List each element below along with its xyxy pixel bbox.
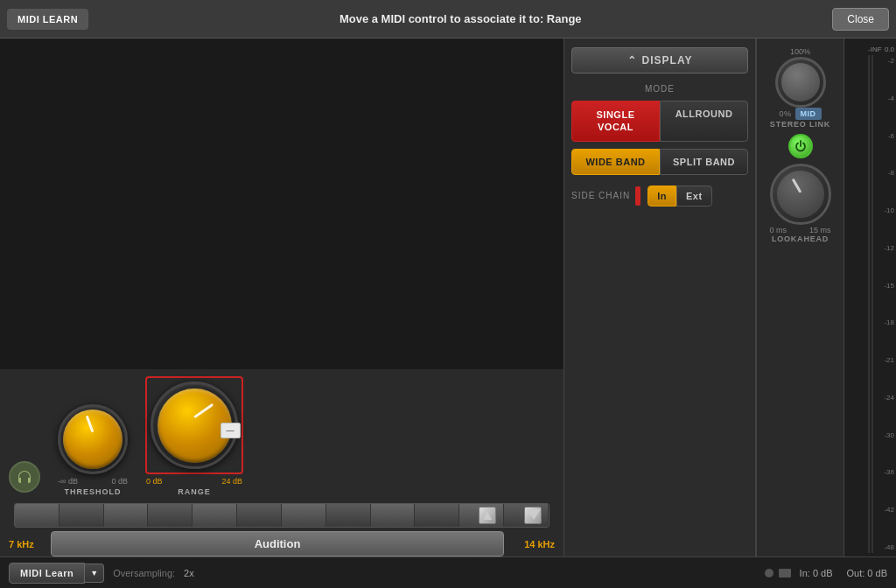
display-area [0, 38, 564, 369]
threshold-label: THRESHOLD [65, 487, 122, 496]
top-bar: MIDI LEARN Move a MIDI control to associ… [0, 0, 896, 38]
status-dot-1 [765, 569, 774, 578]
mode-label: MODE [571, 84, 748, 94]
side-chain-label: SIDE CHAIN [571, 191, 630, 200]
range-pointer [193, 402, 214, 417]
threshold-pointer [86, 416, 94, 433]
lookahead-knob[interactable] [770, 164, 831, 225]
out-level: Out: 0 dB [847, 568, 887, 578]
midi-learn-dropdown: MIDI Learn ▼ [9, 563, 104, 584]
eq-high-thumb-icon [525, 508, 542, 527]
eq-seg-3 [104, 504, 149, 527]
svg-marker-19 [527, 509, 541, 520]
range-knob-border: — [145, 376, 243, 474]
knobs-row: -∞ dB 0 dB THRESHOLD [0, 369, 564, 496]
vu-bars-container: -2 -4 -6 -8 -10 -12 -15 -18 -21 -24 -30 … [868, 55, 894, 553]
stereo-link-label: STEREO LINK [770, 120, 830, 129]
eq-seg-5 [192, 504, 237, 527]
lookahead-label: LOOKAHEAD [772, 234, 829, 243]
mode-buttons: SINGLEVOCAL ALLROUND [571, 101, 748, 142]
vu-meter-panel: -INF0.0 -2 -4 -6 -8 -10 -12 [844, 38, 896, 556]
top-bar-title: Move a MIDI control to associate it to: … [88, 12, 832, 25]
stereo-link-inner [781, 63, 820, 102]
eq-seg-6 [237, 504, 282, 527]
svg-marker-18 [483, 511, 492, 520]
eq-high-thumb[interactable] [524, 507, 542, 524]
allround-button[interactable]: ALLROUND [660, 101, 748, 142]
eq-seg-1 [15, 504, 60, 527]
middle-panel: ⌃ DISPLAY MODE SINGLEVOCAL ALLROUND WIDE… [564, 38, 756, 556]
midi-learn-status-button[interactable]: MIDI Learn [9, 563, 85, 584]
split-band-button[interactable]: SPLIT BAND [660, 149, 748, 175]
side-chain-buttons: In Ext [648, 186, 711, 206]
mid-badge: MID [795, 108, 822, 120]
wide-band-button[interactable]: WIDE BAND [571, 149, 660, 175]
vu-top-labels: -INF0.0 [868, 46, 894, 53]
audition-row: 7 kHz Audition 14 kHz [0, 531, 564, 556]
stereo-zero-label: 0% [779, 109, 791, 118]
eq-low-thumb[interactable] [479, 507, 496, 524]
lookahead-container: 0 ms 15 ms LOOKAHEAD [770, 164, 831, 243]
power-icon [794, 140, 807, 152]
main-area: -∞ dB 0 dB THRESHOLD [0, 38, 896, 556]
audition-button[interactable]: Audition [51, 531, 504, 556]
io-display: In: 0 dB Out: 0 dB [800, 568, 887, 578]
threshold-knob-container: -∞ dB 0 dB THRESHOLD [58, 404, 128, 496]
vu-scale: -INF0.0 -2 -4 -6 -8 -10 -12 [868, 42, 894, 553]
range-knob[interactable]: — [150, 382, 238, 469]
eq-seg-7 [282, 504, 326, 527]
lookahead-values: 0 ms 15 ms [770, 226, 831, 234]
band-buttons: WIDE BAND SPLIT BAND [571, 149, 748, 175]
eq-row [0, 496, 564, 531]
low-freq-label: 7 kHz [9, 539, 44, 550]
stereo-link-row: 0% MID [779, 108, 821, 120]
headphone-icon [16, 469, 33, 485]
lookahead-pointer [791, 178, 802, 193]
range-popup: — [220, 423, 241, 438]
range-knob-inner: — [158, 388, 232, 463]
eq-seg-4 [148, 504, 192, 527]
eq-seg-8 [326, 504, 371, 527]
right-controls: 100% 0% MID STEREO LINK 0 ms [756, 38, 844, 556]
eq-low-thumb-icon [481, 509, 494, 522]
oversampling-label: Oversampling: [113, 568, 175, 578]
side-chain-row: SIDE CHAIN In Ext [571, 186, 748, 206]
high-freq-label: 14 kHz [511, 539, 555, 550]
status-rect-1 [779, 569, 791, 578]
close-button[interactable]: Close [832, 8, 889, 31]
oversampling-value: 2x [184, 568, 194, 578]
status-bar: MIDI Learn ▼ Oversampling: 2x In: 0 dB O… [0, 556, 896, 588]
single-vocal-button[interactable]: SINGLEVOCAL [571, 101, 660, 142]
side-chain-indicator [635, 186, 640, 206]
stereo-percent-label: 100% [790, 47, 810, 56]
power-button[interactable] [788, 134, 813, 158]
range-values: 0 dB 24 dB [146, 477, 242, 486]
threshold-knob-inner [63, 410, 122, 469]
vu-tick-labels: -2 -4 -6 -8 -10 -12 -15 -18 -21 -24 -30 … [875, 55, 894, 553]
stereo-link-container: 100% 0% MID STEREO LINK [770, 47, 830, 129]
vu-right-bar [872, 55, 873, 553]
plugin-area: -∞ dB 0 dB THRESHOLD [0, 38, 564, 556]
eq-segments [15, 504, 549, 527]
sc-in-button[interactable]: In [648, 186, 676, 206]
headphone-button[interactable] [9, 461, 40, 493]
status-indicators [765, 569, 791, 578]
midi-learn-dropdown-arrow[interactable]: ▼ [85, 564, 104, 583]
eq-seg-2 [60, 504, 104, 527]
chevron-up-icon: ⌃ [627, 54, 637, 66]
threshold-values: -∞ dB 0 dB [58, 477, 128, 486]
sc-ext-button[interactable]: Ext [676, 186, 712, 206]
midi-learn-badge: MIDI LEARN [7, 9, 88, 30]
lookahead-inner [777, 171, 824, 218]
eq-seg-9 [371, 504, 416, 527]
eq-slider[interactable] [14, 503, 550, 528]
range-knob-container: — 0 dB 24 dB RANGE [145, 376, 243, 496]
range-label: RANGE [178, 487, 211, 496]
display-button[interactable]: ⌃ DISPLAY [571, 47, 748, 74]
eq-seg-10 [415, 504, 459, 527]
in-level: In: 0 dB [800, 568, 833, 578]
threshold-knob[interactable] [58, 404, 128, 474]
stereo-link-knob[interactable] [775, 57, 826, 108]
vu-left-bar [868, 55, 870, 553]
